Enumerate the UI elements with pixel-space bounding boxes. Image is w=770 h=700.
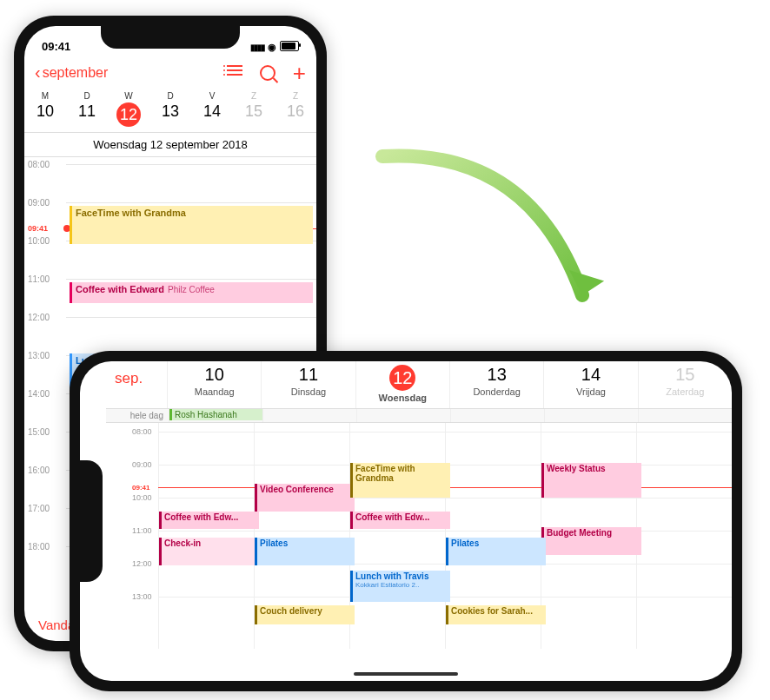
hour-label: 13:00 <box>132 592 152 601</box>
hour-label: 11:00 <box>132 526 152 535</box>
dow-label: D <box>149 91 191 101</box>
hour-label: 16:00 <box>28 466 50 475</box>
hour-label: 09:00 <box>28 198 50 208</box>
calendar-event[interactable]: Check-in <box>159 538 259 565</box>
hour-label: 10:00 <box>28 236 50 246</box>
calendar-event[interactable]: Coffee with Edw... <box>159 512 259 529</box>
signal-icon <box>250 40 264 53</box>
hour-label: 13:00 <box>28 351 50 360</box>
day-name: Vrijdag <box>544 386 637 397</box>
calendar-event[interactable]: FaceTime with Grandma <box>70 206 313 244</box>
grid-vline <box>158 423 159 649</box>
week-row: M10D11W12D13V14Z15Z16 <box>24 88 316 133</box>
battery-icon <box>280 41 299 51</box>
calendar-event[interactable]: FaceTime with Grandma <box>350 463 450 498</box>
allday-label: hele dag <box>106 409 169 422</box>
now-label: 09:41 <box>132 484 149 492</box>
hour-label: 08:00 <box>28 160 50 169</box>
calendar-event[interactable]: Cookies for Sarah... <box>446 605 546 624</box>
date-number: 14 <box>544 365 637 385</box>
date-number: 12 <box>116 102 141 127</box>
calendar-event[interactable]: Pilates <box>446 538 546 565</box>
day-cell[interactable]: D13 <box>149 88 191 132</box>
calendar-event[interactable]: Pilates <box>255 538 355 565</box>
calendar-event[interactable]: Lunch with TravisKokkari Estiatorio 2.. <box>350 571 450 602</box>
now-label: 09:41 <box>28 224 48 233</box>
allday-row: hele dag Rosh Hashanah <box>106 409 732 423</box>
hour-label: 18:00 <box>28 542 50 551</box>
hour-label: 10:00 <box>132 493 152 502</box>
date-number: 11 <box>66 102 108 121</box>
calendar-event[interactable]: Budget Meeting <box>541 527 641 555</box>
day-column-header[interactable]: 10Maandag <box>167 361 261 408</box>
list-icon[interactable] <box>227 65 242 81</box>
day-column-header[interactable]: 13Donderdag <box>449 361 543 408</box>
month-button[interactable]: sep. <box>106 361 167 408</box>
hour-label: 12:00 <box>28 313 50 322</box>
date-number: 10 <box>168 365 261 385</box>
hour-label: 17:00 <box>28 504 50 513</box>
navbar: ‹ september + <box>24 61 316 88</box>
day-name: Woensdag <box>356 393 449 403</box>
allday-event[interactable]: Rosh Hashanah <box>169 409 262 420</box>
allday-cell <box>262 409 356 422</box>
week-header: sep. 10Maandag11Dinsdag12Woensdag13Donde… <box>106 361 732 409</box>
back-button[interactable]: ‹ september <box>35 63 108 83</box>
calendar-event[interactable]: Coffee with EdwardPhilz Coffee <box>70 282 313 303</box>
phone-landscape: sep. 10Maandag11Dinsdag12Woensdag13Donde… <box>70 351 742 691</box>
back-label: september <box>43 65 109 81</box>
rotation-arrow-icon <box>356 139 626 347</box>
allday-cell <box>450 409 544 422</box>
date-number: 13 <box>149 102 191 121</box>
date-number: 12 <box>389 365 415 391</box>
calendar-event[interactable]: Coffee with Edw... <box>350 512 450 529</box>
day-cell[interactable]: D11 <box>66 88 108 132</box>
hour-line <box>158 531 732 532</box>
hour-line <box>158 432 732 433</box>
day-column-header[interactable]: 11Dinsdag <box>261 361 355 408</box>
calendar-event[interactable]: Video Conference <box>255 484 355 512</box>
day-column-header[interactable]: 15Zaterdag <box>638 361 732 408</box>
chevron-left-icon: ‹ <box>35 63 41 83</box>
date-number: 15 <box>639 365 732 385</box>
home-indicator[interactable] <box>354 672 458 676</box>
day-cell[interactable]: M10 <box>24 88 66 132</box>
add-icon[interactable]: + <box>293 65 306 81</box>
day-column-header[interactable]: 12Woensdag <box>355 361 449 408</box>
hour-label: 09:00 <box>132 460 152 469</box>
calendar-event[interactable]: Weekly Status <box>541 463 641 498</box>
date-number: 10 <box>24 102 66 121</box>
allday-cell <box>638 409 732 422</box>
dow-label: M <box>24 91 66 101</box>
hour-line <box>66 317 316 318</box>
date-number: 14 <box>191 102 233 121</box>
calendar-event[interactable]: Couch delivery <box>255 605 355 624</box>
date-label: Woensdag 12 september 2018 <box>24 133 316 157</box>
hour-label: 11:00 <box>28 274 50 284</box>
date-number: 11 <box>262 365 355 385</box>
allday-cell <box>544 409 638 422</box>
week-grid[interactable]: 08:0009:0010:0011:0012:0013:0009:41Video… <box>106 423 732 649</box>
day-cell[interactable]: Z15 <box>233 88 275 132</box>
allday-cell <box>356 409 450 422</box>
hour-line <box>66 202 316 203</box>
dow-label: Z <box>275 91 316 101</box>
hour-label: 12:00 <box>132 559 152 568</box>
day-name: Donderdag <box>450 386 543 397</box>
date-number: 13 <box>450 365 543 385</box>
allday-cell: Rosh Hashanah <box>169 409 262 422</box>
day-cell[interactable]: V14 <box>191 88 233 132</box>
day-cell[interactable]: W12 <box>108 88 149 132</box>
hour-line <box>66 164 316 165</box>
dow-label: D <box>66 91 108 101</box>
dow-label: W <box>108 91 149 101</box>
day-cell[interactable]: Z16 <box>275 88 316 132</box>
dow-label: Z <box>233 91 275 101</box>
day-column-header[interactable]: 14Vrijdag <box>543 361 637 408</box>
hour-line <box>158 498 732 499</box>
search-icon[interactable] <box>260 65 275 81</box>
notch <box>80 460 103 582</box>
hour-label: 14:00 <box>28 389 50 399</box>
date-number: 15 <box>233 102 275 121</box>
hour-line <box>66 279 316 280</box>
